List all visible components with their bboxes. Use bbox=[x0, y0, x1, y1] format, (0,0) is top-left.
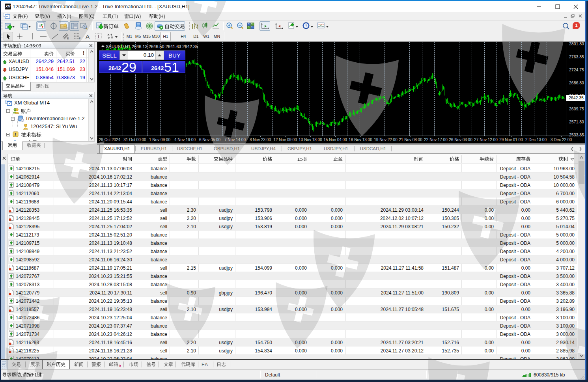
svg-text:T: T bbox=[97, 34, 100, 39]
svg-text:2686.80: 2686.80 bbox=[569, 80, 584, 85]
svg-text:E: E bbox=[67, 37, 69, 40]
svg-text:26 Nov 03:00: 26 Nov 03:00 bbox=[449, 138, 472, 142]
svg-text:2724.75: 2724.75 bbox=[569, 67, 584, 72]
svg-text:13 Nov 18:00: 13 Nov 18:00 bbox=[299, 138, 322, 142]
svg-text:29 Oct 2024: 29 Oct 2024 bbox=[99, 138, 121, 142]
svg-text:2609.75: 2609.75 bbox=[569, 106, 584, 111]
svg-text:2763.85: 2763.85 bbox=[569, 54, 584, 59]
svg-text:6 Nov 05:00: 6 Nov 05:00 bbox=[199, 138, 220, 142]
svg-text:4 Nov 19:00: 4 Nov 19:00 bbox=[174, 138, 196, 142]
svg-text:12 Nov 09:00: 12 Nov 09:00 bbox=[273, 138, 297, 142]
svg-text:22 Nov 17:00: 22 Nov 17:00 bbox=[424, 138, 448, 142]
svg-text:A: A bbox=[86, 33, 90, 40]
svg-text:19 Nov 22:00: 19 Nov 22:00 bbox=[374, 138, 398, 142]
svg-text:8 Nov 23:00: 8 Nov 23:00 bbox=[250, 138, 271, 142]
svg-text:1 Nov 09:00: 1 Nov 09:00 bbox=[149, 138, 170, 142]
svg-text:7 Nov 14:00: 7 Nov 14:00 bbox=[224, 138, 246, 142]
svg-text:2642.35: 2642.35 bbox=[569, 95, 584, 100]
svg-text:18 Nov 13:00: 18 Nov 13:00 bbox=[349, 138, 372, 142]
svg-text:27 Nov 12:00: 27 Nov 12:00 bbox=[474, 138, 498, 142]
svg-text:2571.80: 2571.80 bbox=[569, 119, 584, 124]
svg-text:2533.85: 2533.85 bbox=[569, 132, 584, 137]
svg-text:29 Nov 01:00: 29 Nov 01:00 bbox=[499, 138, 523, 142]
svg-text:15 Nov 04:00: 15 Nov 04:00 bbox=[323, 138, 347, 142]
svg-text:2801.80: 2801.80 bbox=[569, 42, 584, 46]
svg-text:31 Oct 00:00: 31 Oct 00:00 bbox=[123, 138, 146, 142]
svg-text:XAUUSD,H1 2646.13 2646.50 264: XAUUSD,H1 2646.13 2646.50 2641.63 2642.3… bbox=[106, 44, 198, 49]
svg-text:21 Nov 08:00: 21 Nov 08:00 bbox=[399, 138, 422, 142]
svg-text:3 Dec 22:00: 3 Dec 22:00 bbox=[551, 138, 572, 142]
svg-text:2 Dec 13:00: 2 Dec 13:00 bbox=[525, 138, 547, 142]
svg-text:F: F bbox=[79, 37, 80, 40]
